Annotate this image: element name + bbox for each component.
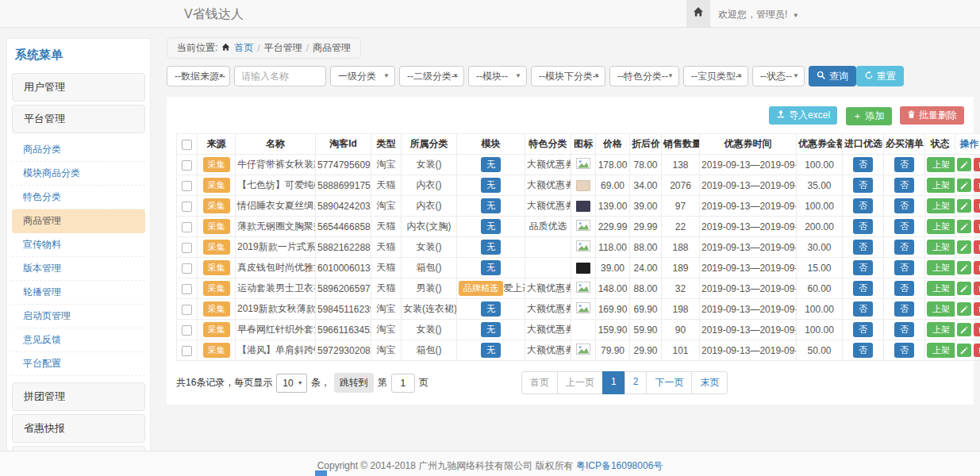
- sidebar-group[interactable]: 平台管理: [12, 105, 145, 133]
- jump-button[interactable]: 跳转到: [334, 373, 374, 393]
- page-button[interactable]: 1: [602, 371, 625, 394]
- filter-select-category-level2[interactable]: --二级分类--▼: [399, 66, 464, 86]
- edit-button[interactable]: [957, 302, 971, 316]
- must-buy-toggle[interactable]: 否: [894, 157, 914, 172]
- status-button[interactable]: 上架: [927, 198, 955, 213]
- sidebar-group[interactable]: 拼团管理: [12, 382, 145, 411]
- delete-button[interactable]: [974, 220, 980, 233]
- sidebar-item[interactable]: 宣传物料: [12, 233, 145, 257]
- import-choice-toggle[interactable]: 否: [853, 281, 873, 296]
- status-button[interactable]: 上架: [927, 157, 955, 172]
- delete-button[interactable]: [974, 178, 980, 192]
- must-buy-toggle[interactable]: 否: [894, 219, 914, 234]
- delete-button[interactable]: [974, 199, 980, 213]
- filter-select-module[interactable]: --模块--▼: [468, 66, 527, 86]
- must-buy-toggle[interactable]: 否: [894, 322, 914, 337]
- delete-button[interactable]: [974, 261, 980, 274]
- row-checkbox[interactable]: [182, 222, 192, 232]
- status-button[interactable]: 上架: [927, 343, 955, 358]
- must-buy-toggle[interactable]: 否: [894, 198, 914, 213]
- import-choice-toggle[interactable]: 否: [853, 301, 873, 317]
- sidebar-item[interactable]: 轮播管理: [12, 281, 145, 305]
- delete-button[interactable]: [974, 302, 980, 316]
- delete-button[interactable]: [974, 282, 980, 295]
- status-button[interactable]: 上架: [927, 219, 955, 234]
- must-buy-toggle[interactable]: 否: [894, 240, 914, 255]
- status-button[interactable]: 上架: [927, 178, 955, 193]
- status-button[interactable]: 上架: [927, 301, 955, 317]
- edit-button[interactable]: [957, 220, 971, 233]
- per-page-select[interactable]: 10 ▼: [276, 374, 306, 393]
- import-choice-toggle[interactable]: 否: [853, 322, 873, 337]
- filter-select-module-sub-category[interactable]: --模块下分类--▼: [531, 66, 605, 86]
- sidebar-item[interactable]: 商品管理: [12, 209, 145, 233]
- filter-select-data-source[interactable]: --数据来源--▼: [167, 66, 230, 86]
- row-checkbox[interactable]: [182, 181, 192, 191]
- filter-select-item-type[interactable]: --宝贝类型--▼: [683, 66, 748, 86]
- reset-button[interactable]: 重置: [856, 66, 904, 86]
- add-button[interactable]: ＋ 添加: [846, 107, 892, 125]
- must-buy-toggle[interactable]: 否: [894, 260, 914, 275]
- import-choice-toggle[interactable]: 否: [853, 178, 873, 193]
- row-checkbox[interactable]: [182, 202, 192, 212]
- edit-button[interactable]: [957, 323, 971, 336]
- icp-link[interactable]: 粤ICP备16098006号: [576, 460, 663, 471]
- sidebar-item[interactable]: 启动页管理: [12, 305, 145, 328]
- sidebar-item[interactable]: 模块商品分类: [12, 162, 145, 186]
- must-buy-toggle[interactable]: 否: [894, 343, 914, 358]
- filter-select-status[interactable]: --状态--▼: [752, 66, 805, 86]
- user-menu[interactable]: 欢迎您，管理员! ▼: [718, 8, 799, 21]
- edit-button[interactable]: [957, 344, 971, 357]
- import-choice-toggle[interactable]: 否: [853, 157, 873, 172]
- sidebar-item[interactable]: 特色分类: [12, 186, 145, 209]
- page-button[interactable]: 首页: [521, 371, 558, 394]
- jump-page-input[interactable]: [391, 374, 415, 393]
- select-all-checkbox[interactable]: [182, 140, 192, 150]
- batch-delete-button[interactable]: 批量删除: [900, 106, 964, 125]
- edit-button[interactable]: [957, 158, 971, 171]
- sidebar-item[interactable]: 意见反馈: [12, 328, 145, 352]
- filter-input-name-search[interactable]: [234, 66, 326, 86]
- sidebar-group[interactable]: 省惠快报: [12, 414, 145, 443]
- row-checkbox[interactable]: [182, 243, 192, 253]
- row-checkbox[interactable]: [182, 346, 192, 356]
- status-button[interactable]: 上架: [927, 240, 955, 255]
- search-button[interactable]: 查询: [809, 66, 856, 86]
- edit-button[interactable]: [957, 261, 971, 274]
- filter-select-feature-category[interactable]: --特色分类--▼: [609, 66, 679, 86]
- delete-button[interactable]: [974, 158, 980, 171]
- must-buy-toggle[interactable]: 否: [894, 178, 914, 193]
- edit-button[interactable]: [957, 178, 971, 192]
- sidebar-item[interactable]: 商品分类: [12, 138, 145, 162]
- delete-button[interactable]: [974, 240, 980, 254]
- row-checkbox[interactable]: [182, 284, 192, 294]
- sidebar-group[interactable]: 用户管理: [12, 73, 145, 102]
- home-button[interactable]: [686, 0, 710, 27]
- import-choice-toggle[interactable]: 否: [853, 219, 873, 234]
- page-button[interactable]: 末页: [691, 371, 728, 394]
- status-button[interactable]: 上架: [927, 281, 955, 296]
- sidebar-item[interactable]: 平台配置: [12, 352, 145, 376]
- edit-button[interactable]: [957, 199, 971, 213]
- delete-button[interactable]: [974, 323, 980, 336]
- edit-button[interactable]: [957, 282, 971, 295]
- status-button[interactable]: 上架: [927, 260, 955, 275]
- import-choice-toggle[interactable]: 否: [853, 343, 873, 358]
- must-buy-toggle[interactable]: 否: [894, 281, 914, 296]
- row-checkbox[interactable]: [182, 160, 192, 171]
- page-button[interactable]: 上一页: [557, 371, 603, 394]
- import-choice-toggle[interactable]: 否: [853, 240, 873, 255]
- page-button[interactable]: 2: [625, 371, 648, 394]
- row-checkbox[interactable]: [182, 305, 192, 315]
- edit-button[interactable]: [957, 240, 971, 254]
- import-choice-toggle[interactable]: 否: [853, 260, 873, 275]
- import-excel-button[interactable]: 导入excel: [769, 106, 837, 125]
- delete-button[interactable]: [974, 344, 980, 357]
- import-choice-toggle[interactable]: 否: [853, 198, 873, 213]
- row-checkbox[interactable]: [182, 325, 192, 336]
- sidebar-item[interactable]: 版本管理: [12, 257, 145, 281]
- row-checkbox[interactable]: [182, 263, 192, 274]
- must-buy-toggle[interactable]: 否: [894, 301, 914, 317]
- filter-select-category-level1[interactable]: 一级分类▼: [330, 66, 395, 86]
- status-button[interactable]: 上架: [927, 322, 955, 337]
